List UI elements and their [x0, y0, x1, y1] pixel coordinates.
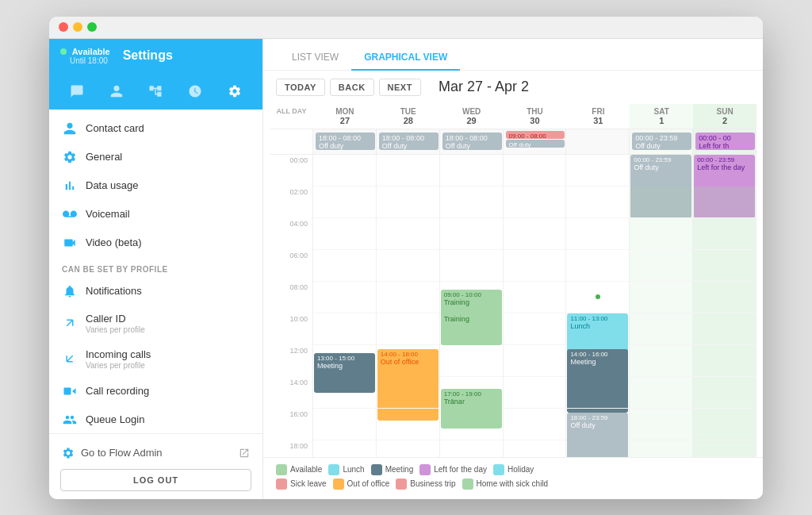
calendar-grid: ALL DAY MON27 TUE28 WED29 THU30 FRI31 SA…	[270, 104, 756, 457]
legend-meeting: Meeting	[371, 464, 414, 475]
cell-wed-1200	[440, 345, 504, 377]
sidebar-menu: Contact card General Data usage	[49, 110, 262, 433]
cell-sun-0400	[693, 218, 756, 250]
sidebar-item-video[interactable]: Video (beta)	[49, 229, 262, 257]
event-offduty-thu: Off duty	[506, 140, 565, 148]
legend-row-1: Available Lunch Meeting Left for the day	[276, 464, 750, 475]
calendar-header: TODAY BACK NEXT Mar 27 - Apr 2	[263, 71, 763, 104]
legend-leftforday: Left for the day	[419, 464, 487, 475]
maximize-dot[interactable]	[87, 22, 97, 32]
sidebar-item-notifications[interactable]: Notifications	[49, 277, 262, 306]
cell-fri-1400	[566, 377, 630, 409]
legend-holiday-label: Holiday	[508, 465, 534, 474]
sidebar-item-caller-id[interactable]: Caller ID Varies per profile	[49, 306, 262, 341]
caller-id-sub: Varies per profile	[86, 325, 145, 334]
call-recording-label: Call recording	[86, 385, 149, 397]
cell-mon-0800	[313, 282, 377, 313]
cell-thu-0800	[504, 282, 567, 313]
next-button[interactable]: NEXT	[379, 79, 421, 96]
nav-contacts-icon[interactable]	[105, 79, 128, 103]
content-area: Available Until 18:00 Settings	[49, 39, 763, 499]
bell-icon	[62, 284, 78, 298]
go-to-admin-label: Go to Flow Admin	[81, 447, 163, 459]
cell-fri-1000: 11:00 - 13:00 Lunch	[566, 313, 630, 345]
legend-homesick-label: Home with sick child	[477, 479, 549, 488]
time-1600: 16:00	[270, 409, 313, 440]
go-to-admin-link[interactable]: Go to Flow Admin	[60, 442, 251, 464]
cell-wed-0800: 09:00 - 10:00 Training	[440, 282, 504, 313]
close-dot[interactable]	[59, 22, 68, 32]
event-offduty-sat: 00:00 - 23:59 Off duty	[632, 133, 691, 150]
status-sub: Until 18:00	[70, 56, 110, 65]
legend-sickleave-dot	[276, 478, 287, 490]
cell-mon-1000	[313, 313, 377, 345]
col-header-mon: MON27	[313, 104, 377, 129]
sidebar-item-queue-login[interactable]: Queue Login	[49, 405, 262, 433]
allday-sun: 00:00 - 00 Left for th	[693, 129, 756, 155]
legend-meeting-label: Meeting	[385, 465, 414, 474]
cell-thu-0400	[504, 218, 567, 250]
time-0000: 00:00	[270, 155, 313, 186]
tab-graphical-view[interactable]: GRAPHICAL VIEW	[351, 45, 460, 71]
time-1000: 10:00	[270, 313, 313, 345]
tab-list-view[interactable]: LIST VIEW	[279, 45, 351, 71]
cell-tue-1200: 14:00 - 18:00 Out of office	[377, 345, 440, 377]
cell-mon-0600	[313, 250, 377, 282]
incoming-calls-label: Incoming calls	[86, 348, 151, 360]
cell-thu-1200	[504, 345, 567, 377]
people-icon	[62, 413, 78, 427]
nav-chat-icon[interactable]	[65, 79, 89, 103]
cell-sun-1200	[693, 345, 756, 377]
legend-leftforday-dot	[419, 464, 431, 475]
back-button[interactable]: BACK	[330, 79, 374, 96]
sidebar-item-incoming-calls[interactable]: Incoming calls Varies per profile	[49, 341, 262, 377]
cell-wed-0600	[440, 250, 504, 282]
time-0600: 06:00	[270, 250, 313, 282]
cell-sun-1000	[693, 313, 756, 345]
col-header-sat: SAT1	[630, 104, 693, 129]
app-window: Available Until 18:00 Settings	[49, 17, 763, 499]
sidebar-item-contact-card[interactable]: Contact card	[49, 114, 262, 143]
sidebar-item-general[interactable]: General	[49, 143, 262, 171]
cell-sat-0000: 00:00 - 23:59 Off duty	[630, 155, 693, 186]
sidebar-item-call-recording[interactable]: Call recording	[49, 377, 262, 405]
minimize-dot[interactable]	[73, 22, 82, 32]
event-offduty-tue: 18:00 - 08:00 Off duty	[379, 133, 439, 150]
legend-businesstrip-dot	[396, 478, 407, 490]
cell-sat-1000	[630, 313, 693, 345]
cell-tue-1600	[377, 409, 440, 440]
legend: Available Lunch Meeting Left for the day	[263, 457, 763, 499]
cell-sat-1600	[630, 409, 693, 440]
sidebar-nav-icons	[49, 73, 262, 110]
calendar-container[interactable]: ALL DAY MON27 TUE28 WED29 THU30 FRI31 SA…	[263, 104, 763, 457]
person-icon	[62, 121, 78, 136]
notifications-label: Notifications	[86, 285, 142, 297]
contact-card-label: Contact card	[86, 122, 144, 134]
sidebar-title: Settings	[123, 48, 173, 63]
cell-sun-0800	[693, 282, 756, 313]
cell-fri-0600	[566, 250, 630, 282]
cell-wed-0000	[440, 155, 504, 186]
sidebar-item-voicemail[interactable]: Voicemail	[49, 200, 262, 229]
nav-org-icon[interactable]	[144, 79, 167, 103]
bar-chart-icon	[62, 179, 78, 193]
legend-holiday-dot	[493, 464, 504, 475]
nav-clock-icon[interactable]	[183, 79, 207, 103]
cell-fri-0800	[566, 282, 630, 313]
time-1200: 12:00	[270, 345, 313, 377]
col-header-thu: THU30	[504, 104, 567, 129]
section-profile-label: CAN BE SET BY PROFILE	[49, 257, 262, 277]
cell-mon-1400	[313, 377, 377, 409]
logout-button[interactable]: LOG OUT	[60, 469, 251, 491]
cell-wed-0200	[440, 186, 504, 218]
nav-gear-icon[interactable]	[223, 79, 247, 103]
external-link-icon	[239, 448, 250, 459]
cell-wed-1800	[440, 440, 504, 457]
cell-fri-1200: 14:00 - 16:00 Meeting	[566, 345, 630, 377]
cell-wed-1000: Training	[440, 313, 504, 345]
sidebar-item-data-usage[interactable]: Data usage	[49, 171, 262, 200]
cell-sun-0200	[693, 186, 756, 218]
time-0200: 02:00	[270, 186, 313, 218]
today-button[interactable]: TODAY	[276, 79, 325, 96]
legend-homesick: Home with sick child	[462, 478, 549, 490]
